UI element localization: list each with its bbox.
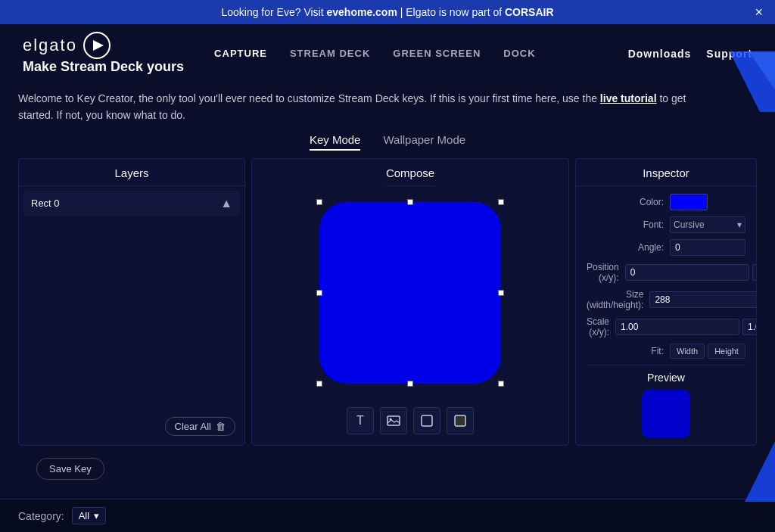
angle-input[interactable] <box>670 239 745 256</box>
nav-stream-deck[interactable]: STREAM DECK <box>290 48 370 59</box>
layer-row-arrow-icon: ▲ <box>220 197 232 210</box>
tab-key-mode[interactable]: Key Mode <box>310 133 361 151</box>
layers-panel: Layers Rect 0 ▲ Clear All 🗑 <box>18 158 245 446</box>
handle-mid-right[interactable] <box>498 290 504 296</box>
text-tool-button[interactable]: T <box>347 407 374 434</box>
fit-label: Fit: <box>587 346 670 356</box>
fit-width-button[interactable]: Width <box>670 344 705 359</box>
position-y-input[interactable] <box>752 264 757 281</box>
corsair-brand: CORSAIR <box>505 6 554 18</box>
svg-rect-7 <box>455 415 465 426</box>
inspector-size-row: Size (width/height): <box>587 289 745 310</box>
scale-label: Scale (x/y): <box>587 316 615 338</box>
position-label: Position (x/y): <box>587 262 625 283</box>
inspector-position-row: Position (x/y): <box>587 262 745 283</box>
preview-title: Preview <box>597 372 735 384</box>
scale-y-input[interactable] <box>742 319 757 335</box>
font-select[interactable]: Cursive ▾ <box>670 216 745 233</box>
position-x-input[interactable] <box>625 264 749 281</box>
save-key-button[interactable]: Save Key <box>36 458 104 480</box>
close-announcement-button[interactable]: × <box>755 5 763 20</box>
category-chevron-icon: ▾ <box>94 510 99 521</box>
font-label: Font: <box>587 219 670 230</box>
shape-tool-button[interactable] <box>447 407 474 434</box>
rect-icon <box>420 414 434 428</box>
inspector-panel: Inspector Color: Font: Cursive ▾ <box>575 158 757 446</box>
preview-box <box>642 390 690 438</box>
inspector-body: Color: Font: Cursive ▾ Angle: <box>576 186 756 446</box>
fit-height-button[interactable]: Height <box>708 344 745 359</box>
logo-area: elgato Make Stream Deck yours <box>23 32 184 75</box>
inspector-divider <box>587 365 745 366</box>
scale-x-input[interactable] <box>615 319 739 335</box>
scale-pair <box>615 319 757 335</box>
compose-key[interactable] <box>319 202 501 384</box>
inspector-scale-row: Scale (x/y): <box>587 316 745 338</box>
bottom-bar: Save Key <box>18 450 757 487</box>
announcement-link[interactable]: evehome.com <box>326 6 397 18</box>
announcement-text: Looking for Eve? Visit evehome.com | Elg… <box>221 6 553 18</box>
color-swatch[interactable] <box>670 194 708 210</box>
compose-toolbar: T <box>347 400 474 445</box>
nav-right: Downloads Support <box>628 48 752 60</box>
compose-canvas-area[interactable] <box>252 186 568 400</box>
main-content: Welcome to Key Creator, the only tool yo… <box>0 82 775 495</box>
nav-downloads[interactable]: Downloads <box>628 48 692 60</box>
handle-top-mid[interactable] <box>407 199 413 205</box>
layers-bottom: Clear All 🗑 <box>19 411 244 445</box>
svg-rect-6 <box>422 415 432 426</box>
live-tutorial-link[interactable]: live tutorial <box>600 92 657 104</box>
tagline: Make Stream Deck yours <box>23 59 184 75</box>
color-label: Color: <box>587 197 670 207</box>
image-icon <box>387 415 400 426</box>
category-bar: Category: All ▾ <box>0 499 775 532</box>
nav-dock[interactable]: DOCK <box>503 48 535 59</box>
layer-row-label: Rect 0 <box>31 198 220 209</box>
svg-rect-4 <box>388 416 400 425</box>
handle-bot-mid[interactable] <box>407 381 413 387</box>
font-value: Cursive <box>674 219 705 230</box>
clear-all-label: Clear All <box>175 421 211 432</box>
logo-top: elgato <box>23 32 184 59</box>
inspector-angle-row: Angle: <box>587 239 745 256</box>
svg-marker-1 <box>93 40 104 51</box>
header: elgato Make Stream Deck yours CAPTURE ST… <box>0 24 775 82</box>
clear-all-button[interactable]: Clear All 🗑 <box>165 417 235 436</box>
nav-green-screen[interactable]: GREEN SCREEN <box>393 48 481 59</box>
category-select[interactable]: All ▾ <box>72 507 106 524</box>
inspector-color-row: Color: <box>587 194 745 210</box>
font-chevron-icon: ▾ <box>737 219 742 230</box>
handle-top-right[interactable] <box>498 199 504 205</box>
position-pair <box>625 264 757 281</box>
main-nav: CAPTURE STREAM DECK GREEN SCREEN DOCK <box>214 48 628 59</box>
handle-mid-left[interactable] <box>316 290 322 296</box>
inspector-title: Inspector <box>576 159 756 186</box>
fit-buttons: Width Height <box>670 344 745 359</box>
panels: Layers Rect 0 ▲ Clear All 🗑 Compose <box>18 158 757 446</box>
handle-bot-right[interactable] <box>498 381 504 387</box>
intro-text: Welcome to Key Creator, the only tool yo… <box>18 90 699 124</box>
handle-bot-left[interactable] <box>316 381 322 387</box>
size-pair <box>649 291 757 308</box>
announcement-bar: Looking for Eve? Visit evehome.com | Elg… <box>0 0 775 24</box>
category-value: All <box>79 510 89 521</box>
size-w-input[interactable] <box>649 291 757 308</box>
category-label: Category: <box>18 510 64 522</box>
image-tool-button[interactable] <box>380 407 407 434</box>
layer-row[interactable]: Rect 0 ▲ <box>23 191 240 216</box>
shape-icon <box>453 414 467 428</box>
nav-support[interactable]: Support <box>706 48 752 60</box>
compose-title: Compose <box>386 159 434 186</box>
trash-icon: 🗑 <box>216 421 226 432</box>
compose-panel: Compose T <box>251 158 569 446</box>
handle-top-left[interactable] <box>316 199 322 205</box>
rect-tool-button[interactable] <box>413 407 440 434</box>
logo-text: elgato <box>23 36 77 55</box>
inspector-font-row: Font: Cursive ▾ <box>587 216 745 233</box>
elgato-logo-icon <box>83 32 110 59</box>
mode-tabs: Key Mode Wallpaper Mode <box>18 133 757 151</box>
size-label: Size (width/height): <box>587 289 649 310</box>
preview-section: Preview <box>587 372 745 446</box>
tab-wallpaper-mode[interactable]: Wallpaper Mode <box>383 133 465 151</box>
nav-capture[interactable]: CAPTURE <box>214 48 267 59</box>
